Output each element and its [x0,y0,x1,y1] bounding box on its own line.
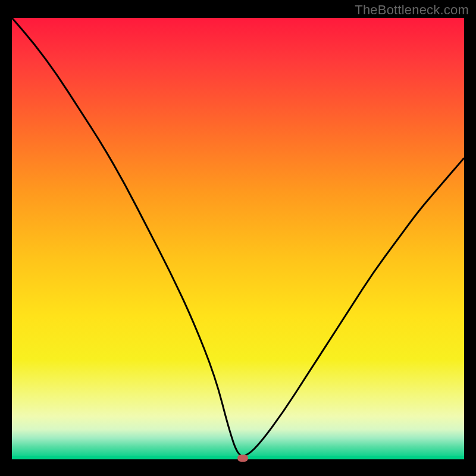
optimum-marker [237,455,248,462]
curve-path [12,18,464,456]
chart-stage: TheBottleneck.com [0,0,476,476]
bottleneck-curve [12,18,464,470]
plot-area [12,18,464,470]
watermark-text: TheBottleneck.com [355,2,469,18]
